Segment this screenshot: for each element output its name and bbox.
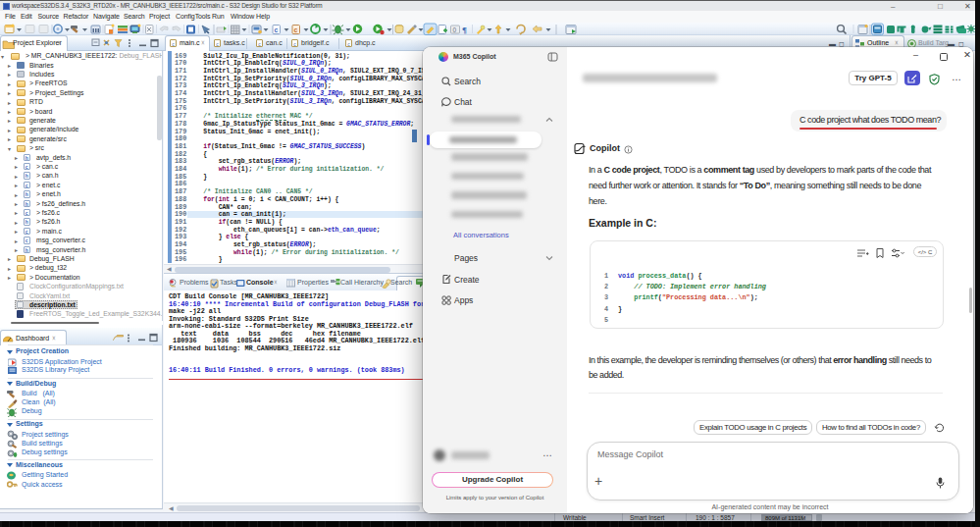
svg-text:c: c — [275, 26, 279, 32]
svg-text:c: c — [294, 26, 298, 32]
svg-text:0: 0 — [453, 26, 457, 32]
svg-text:¶: ¶ — [462, 25, 467, 34]
